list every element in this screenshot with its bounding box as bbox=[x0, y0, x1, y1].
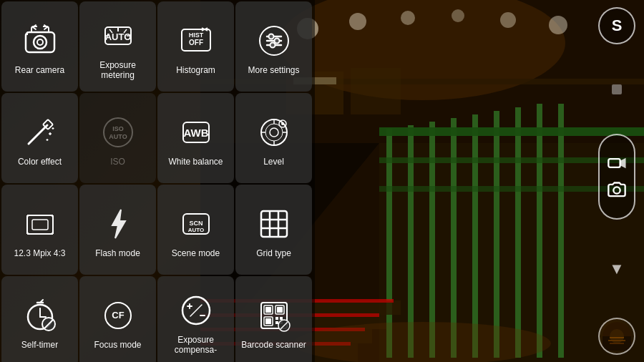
camera-flip-icon bbox=[19, 19, 62, 62]
setting-iso-label: ISO bbox=[110, 157, 125, 167]
svg-text:AWB: AWB bbox=[183, 127, 208, 139]
flash-icon bbox=[97, 202, 140, 245]
svg-rect-19 bbox=[558, 104, 564, 358]
setting-timer[interactable]: Self-timer bbox=[1, 276, 78, 362]
gallery-thumbnail[interactable] bbox=[598, 318, 635, 355]
svg-point-126 bbox=[613, 187, 620, 193]
svg-rect-121 bbox=[275, 321, 278, 324]
setting-histogram-label: Histogram bbox=[176, 65, 215, 75]
svg-point-4 bbox=[401, 11, 415, 25]
setting-flash-label: Flash mode bbox=[95, 248, 140, 258]
svg-point-37 bbox=[37, 39, 43, 45]
setting-barcode[interactable]: Barcode scanner bbox=[235, 276, 312, 362]
svg-rect-17 bbox=[515, 107, 521, 358]
scroll-down-arrow[interactable]: ▼ bbox=[609, 260, 625, 278]
settings-panel: Rear camera AUTO Exposure metering HIST … bbox=[0, 0, 308, 362]
timer-icon bbox=[19, 294, 62, 337]
svg-rect-114 bbox=[265, 307, 271, 313]
svg-rect-14 bbox=[451, 118, 457, 358]
svg-point-6 bbox=[500, 12, 516, 28]
setting-focus-label: Focus mode bbox=[94, 340, 141, 350]
setting-scene-label: Scene mode bbox=[172, 248, 220, 258]
svg-point-78 bbox=[281, 122, 284, 125]
setting-more[interactable]: More settings bbox=[235, 1, 312, 92]
setting-wb[interactable]: AWB White balance bbox=[157, 93, 234, 183]
svg-rect-125 bbox=[608, 159, 620, 167]
histogram-icon: HIST OFF bbox=[175, 19, 218, 62]
setting-resolution-label: 12.3 Mpix 4:3 bbox=[14, 248, 65, 258]
level-icon bbox=[253, 111, 296, 154]
setting-exp-comp-label: Exposure compensa- bbox=[162, 335, 230, 356]
mode-selector-button[interactable]: S bbox=[598, 7, 635, 44]
video-icon bbox=[607, 153, 627, 173]
svg-text:AUTO: AUTO bbox=[109, 133, 127, 140]
resolution-icon bbox=[19, 202, 62, 245]
mode-label: S bbox=[612, 16, 623, 35]
setting-flash[interactable]: Flash mode bbox=[79, 185, 156, 275]
setting-grid[interactable]: Grid type bbox=[235, 185, 312, 275]
focus-icon: CF bbox=[97, 294, 140, 337]
svg-rect-79 bbox=[27, 215, 53, 234]
svg-rect-116 bbox=[277, 307, 283, 313]
setting-rear-camera-label: Rear camera bbox=[15, 65, 64, 75]
setting-exposure-label: Exposure metering bbox=[84, 60, 152, 81]
right-panel: S ▼ bbox=[595, 0, 638, 362]
setting-wb-label: White balance bbox=[168, 157, 223, 167]
scene-icon: SCN AUTO bbox=[175, 202, 218, 245]
iso-icon: ISO AUTO bbox=[97, 111, 140, 154]
svg-rect-119 bbox=[275, 317, 278, 320]
svg-marker-89 bbox=[112, 210, 125, 238]
svg-text:SCN: SCN bbox=[189, 220, 203, 227]
setting-barcode-label: Barcode scanner bbox=[241, 340, 306, 350]
exposure-meter-icon: AUTO bbox=[97, 14, 140, 57]
svg-rect-32 bbox=[351, 68, 401, 114]
grid-icon bbox=[253, 202, 296, 245]
svg-point-55 bbox=[274, 38, 279, 43]
exposure-comp-icon bbox=[175, 289, 218, 332]
svg-text:AUTO: AUTO bbox=[187, 227, 204, 233]
setting-iso[interactable]: ISO AUTO ISO bbox=[79, 93, 156, 183]
svg-point-36 bbox=[34, 36, 47, 49]
svg-text:ISO: ISO bbox=[112, 125, 124, 132]
svg-rect-93 bbox=[261, 211, 287, 237]
setting-color-effect[interactable]: Color effect bbox=[1, 93, 78, 183]
setting-rear-camera[interactable]: Rear camera bbox=[1, 1, 78, 92]
svg-point-3 bbox=[349, 13, 366, 30]
setting-exposure-comp[interactable]: Exposure compensa- bbox=[157, 276, 234, 362]
indicator-square bbox=[612, 84, 622, 94]
setting-scene[interactable]: SCN AUTO Scene mode bbox=[157, 185, 234, 275]
svg-point-71 bbox=[270, 128, 278, 137]
svg-text:OFF: OFF bbox=[189, 39, 203, 47]
svg-line-57 bbox=[29, 125, 47, 144]
svg-point-7 bbox=[549, 16, 567, 34]
svg-text:AUTO: AUTO bbox=[104, 31, 131, 42]
svg-rect-15 bbox=[472, 114, 478, 358]
wand-icon bbox=[19, 111, 62, 154]
setting-timer-label: Self-timer bbox=[21, 340, 58, 350]
svg-rect-118 bbox=[265, 318, 271, 324]
setting-resolution[interactable]: 12.3 Mpix 4:3 bbox=[1, 185, 78, 275]
sliders-icon bbox=[253, 19, 296, 62]
svg-point-5 bbox=[452, 9, 464, 22]
setting-focus[interactable]: CF Focus mode bbox=[79, 276, 156, 362]
svg-text:CF: CF bbox=[112, 310, 124, 321]
svg-point-65 bbox=[104, 118, 132, 147]
svg-point-56 bbox=[270, 42, 275, 47]
setting-level[interactable]: Level bbox=[235, 93, 312, 183]
svg-rect-80 bbox=[32, 220, 48, 230]
camera-mode-pill[interactable] bbox=[598, 134, 635, 220]
setting-histogram[interactable]: HIST OFF Histogram bbox=[157, 1, 234, 92]
setting-level-label: Level bbox=[263, 157, 284, 167]
setting-color-label: Color effect bbox=[18, 157, 62, 167]
svg-text:HIST: HIST bbox=[188, 31, 203, 39]
barcode-icon bbox=[253, 294, 296, 337]
svg-rect-16 bbox=[494, 111, 499, 358]
awb-icon: AWB bbox=[175, 111, 218, 154]
setting-grid-label: Grid type bbox=[256, 248, 291, 258]
svg-rect-120 bbox=[280, 317, 283, 320]
setting-exposure-metering[interactable]: AUTO Exposure metering bbox=[79, 1, 156, 92]
setting-more-label: More settings bbox=[248, 65, 299, 75]
camera-icon bbox=[607, 180, 627, 200]
svg-rect-18 bbox=[537, 104, 542, 358]
svg-point-54 bbox=[268, 34, 273, 39]
